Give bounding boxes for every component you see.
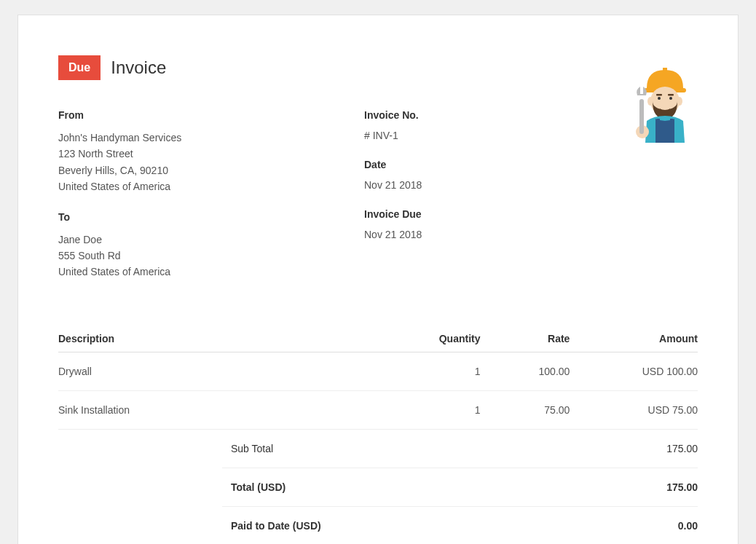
col-quantity: Quantity [391, 326, 481, 352]
company-logo [625, 59, 698, 146]
paid-label: Paid to Date (USD) [231, 520, 321, 532]
svg-point-3 [647, 97, 653, 106]
invoice-meta: From John's Handyman Services 123 North … [58, 109, 698, 296]
handyman-icon [625, 59, 698, 143]
col-amount: Amount [570, 326, 698, 352]
from-label: From [58, 109, 320, 121]
total-value: 175.00 [666, 481, 698, 493]
invoice-title: Invoice [111, 58, 166, 78]
item-description: Sink Installation [58, 390, 391, 429]
addresses-column: From John's Handyman Services 123 North … [58, 109, 320, 296]
svg-rect-12 [639, 99, 644, 134]
item-amount: USD 75.00 [570, 390, 698, 429]
to-country: United States of America [58, 264, 320, 280]
svg-rect-8 [668, 94, 674, 96]
summary-total-row: Total (USD) 175.00 [222, 468, 698, 507]
invoice-summary: Sub Total 175.00 Total (USD) 175.00 Paid… [222, 430, 698, 544]
from-country: United States of America [58, 178, 320, 194]
summary-paid-row: Paid to Date (USD) 0.00 [222, 507, 698, 544]
item-amount: USD 100.00 [570, 352, 698, 390]
item-quantity: 1 [391, 390, 481, 429]
total-label: Total (USD) [231, 481, 286, 493]
invoice-document: Due Invoice [17, 15, 739, 544]
item-quantity: 1 [391, 352, 481, 390]
from-name: John's Handyman Services [58, 130, 320, 146]
date-label: Date [364, 159, 698, 170]
subtotal-label: Sub Total [231, 443, 273, 454]
invoice-header: Due Invoice [58, 55, 698, 80]
col-description: Description [58, 326, 391, 352]
item-rate: 100.00 [480, 352, 570, 390]
from-street: 123 North Street [58, 146, 320, 162]
line-items-table: Description Quantity Rate Amount Drywall… [58, 326, 698, 430]
paid-value: 0.00 [678, 520, 698, 532]
date-value: Nov 21 2018 [364, 179, 698, 191]
summary-subtotal-row: Sub Total 175.00 [222, 430, 698, 468]
svg-rect-0 [663, 68, 667, 74]
from-address: John's Handyman Services 123 North Stree… [58, 130, 320, 195]
due-value: Nov 21 2018 [364, 229, 698, 240]
svg-point-5 [658, 97, 661, 100]
table-row: Sink Installation 1 75.00 USD 75.00 [58, 390, 698, 429]
table-header-row: Description Quantity Rate Amount [58, 326, 698, 352]
svg-rect-7 [656, 94, 662, 96]
from-city: Beverly Hills, CA, 90210 [58, 162, 320, 178]
svg-rect-9 [657, 119, 660, 129]
to-street: 555 South Rd [58, 248, 320, 264]
to-address: Jane Doe 555 South Rd United States of A… [58, 232, 320, 280]
table-row: Drywall 1 100.00 USD 100.00 [58, 352, 698, 390]
col-rate: Rate [480, 326, 570, 352]
item-description: Drywall [58, 352, 391, 390]
svg-point-4 [677, 97, 682, 106]
to-name: Jane Doe [58, 232, 320, 248]
due-label: Invoice Due [364, 208, 698, 220]
svg-rect-10 [670, 119, 673, 129]
to-label: To [58, 211, 320, 223]
item-rate: 75.00 [480, 390, 570, 429]
subtotal-value: 175.00 [666, 443, 698, 454]
status-badge: Due [58, 55, 101, 80]
svg-point-6 [669, 97, 672, 100]
